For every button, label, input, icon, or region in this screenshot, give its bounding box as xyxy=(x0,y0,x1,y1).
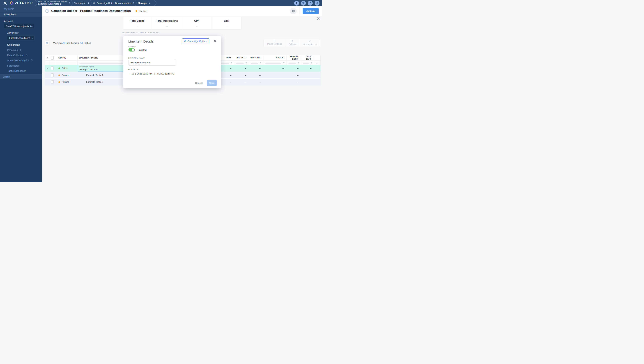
search-button[interactable] xyxy=(301,1,306,6)
column-header-days-left[interactable]: DAYS LEFT xyxy=(301,55,314,60)
column-header-pace[interactable]: % PACE xyxy=(263,55,287,60)
status-toggle[interactable] xyxy=(129,48,135,52)
sidebar-item-tactic-diagnoser[interactable]: Tactic Diagnoser xyxy=(0,68,42,74)
activate-label: Activate xyxy=(289,43,296,46)
notifications-button[interactable] xyxy=(294,1,299,6)
filter-icon[interactable] xyxy=(283,62,285,64)
filter-bid-rate[interactable] xyxy=(234,60,249,64)
all-tactics-link[interactable]: All xyxy=(80,42,83,44)
status-label: STATUS xyxy=(128,46,136,48)
select-all-header[interactable] xyxy=(50,55,55,60)
sidebar-item-data-collection[interactable]: Data Collection xyxy=(0,52,42,58)
filter-input-underline[interactable] xyxy=(221,63,229,64)
sidebar-item-my-items[interactable]: My Items xyxy=(0,6,42,12)
filter-icon[interactable] xyxy=(230,62,233,64)
help-button[interactable]: ? xyxy=(308,1,313,6)
stat-value: -- xyxy=(226,25,227,28)
filter-input-underline[interactable] xyxy=(251,63,258,64)
stat-total-spend: Total Spend -- xyxy=(123,17,152,29)
pause-settings-button[interactable]: Pause Settings xyxy=(264,39,285,47)
sidebar-item-creatives[interactable]: Creatives xyxy=(0,48,42,52)
account-select[interactable]: SMART Projects (Variable M... xyxy=(4,24,34,29)
cell-win-rate: – xyxy=(259,74,260,77)
sidebar-item-label: Advertiser Analytics xyxy=(7,59,29,62)
sidebar-item-advertisers[interactable]: Advertisers xyxy=(0,12,42,17)
filter-input-underline[interactable] xyxy=(303,63,309,64)
sidebar-item-campaigns[interactable]: Campaigns xyxy=(0,42,42,48)
cell-win-rate: – xyxy=(259,67,260,70)
active-dot-icon xyxy=(58,68,60,69)
bulk-action-label: Bulk Action xyxy=(303,43,314,46)
filter-input-underline[interactable] xyxy=(288,63,296,64)
paused-dot-icon xyxy=(58,74,60,76)
all-line-items-link[interactable]: All xyxy=(62,42,65,44)
save-button[interactable]: Save xyxy=(207,80,217,86)
row-checkbox[interactable] xyxy=(51,74,54,77)
line-item-name-input[interactable] xyxy=(128,60,176,66)
flights-label: FLIGHTS xyxy=(128,68,138,71)
tactic-name[interactable]: Example Tactic 1 xyxy=(78,74,103,76)
sidebar-admin-label: Admin xyxy=(3,76,11,78)
breadcrumb-manage[interactable]: Manage xyxy=(138,2,150,4)
columns-icon xyxy=(46,42,48,44)
breadcrumb-separator-icon xyxy=(154,0,157,6)
campaign-options-label: Campaign Options xyxy=(188,40,207,42)
column-header-remain-bdgt[interactable]: REMAIN. BDGT. xyxy=(287,55,301,60)
actions-button[interactable]: Actions xyxy=(302,8,319,14)
select-all-checkbox[interactable] xyxy=(51,56,54,60)
breadcrumb-advertiser[interactable]: SMART PROJECTS (VARIABLE MARGIN) Example… xyxy=(38,1,70,6)
main-content: Campaign Builder - Product Readiness Doc… xyxy=(42,6,322,182)
column-header-status[interactable]: STATUS xyxy=(55,55,78,60)
menu-close-icon[interactable] xyxy=(3,1,7,5)
chevron-right-icon xyxy=(133,2,135,4)
settings-gear-button[interactable] xyxy=(290,8,297,14)
collapse-row-icon[interactable] xyxy=(46,67,48,69)
column-header-bid-rate[interactable]: BID RATE xyxy=(234,55,249,60)
bulk-action-button[interactable]: Bulk Action xyxy=(300,39,320,47)
filter-pace[interactable] xyxy=(263,60,287,64)
row-checkbox[interactable] xyxy=(51,66,54,70)
breadcrumb-manage-label: Manage xyxy=(138,2,147,4)
breadcrumb-campaigns-label: Campaigns xyxy=(74,2,86,4)
sidebar-item-forecaster[interactable]: Forecaster xyxy=(0,63,42,68)
filter-bids[interactable] xyxy=(220,60,234,64)
advertiser-select[interactable]: Example Advertiser 1 xyxy=(7,36,35,40)
breadcrumb-campaign[interactable]: Campaign Buil...Documentation xyxy=(93,2,134,4)
sidebar-item-advertiser-analytics[interactable]: Advertiser Analytics xyxy=(0,58,42,63)
cell-win-rate: – xyxy=(259,81,260,84)
column-header-bids[interactable]: BIDS xyxy=(220,55,234,60)
breadcrumb-separator-icon xyxy=(90,0,93,6)
stat-label: Total Impressions xyxy=(156,20,178,22)
filter-icon[interactable] xyxy=(245,62,247,64)
row-checkbox[interactable] xyxy=(51,80,54,84)
bulk-action-icon xyxy=(308,40,311,42)
filter-days-left[interactable] xyxy=(301,60,314,64)
avatar[interactable]: L& xyxy=(315,1,319,6)
stat-label: CTR xyxy=(224,20,229,22)
column-header-win-rate[interactable]: WIN RATE xyxy=(249,55,263,60)
column-settings-button[interactable] xyxy=(45,40,50,46)
sidebar-item-admin[interactable]: Admin xyxy=(0,74,42,79)
expand-all-header[interactable] xyxy=(45,55,50,60)
filter-icon[interactable] xyxy=(297,62,300,64)
activate-button[interactable]: Activate xyxy=(285,39,300,47)
stats-close-icon[interactable] xyxy=(316,16,320,20)
filter-input-underline[interactable] xyxy=(265,63,281,64)
column-header-spacer xyxy=(314,55,320,60)
filter-icon[interactable] xyxy=(310,62,313,64)
campaign-options-button[interactable]: Campaign Options xyxy=(182,38,209,44)
filter-icon[interactable] xyxy=(259,62,262,64)
breadcrumb-campaigns[interactable]: Campaigns xyxy=(74,2,89,4)
cancel-button[interactable]: Cancel xyxy=(195,82,202,84)
modal-close-icon[interactable] xyxy=(213,39,217,43)
filter-remain-bdgt[interactable] xyxy=(287,60,301,64)
filter-win-rate[interactable] xyxy=(249,60,263,64)
viewing-suffix: Tactics xyxy=(83,42,91,44)
search-icon xyxy=(302,2,305,4)
cell-bid-rate: – xyxy=(245,74,246,77)
tactic-name[interactable]: Example Tactic 2 xyxy=(78,81,103,83)
sidebar-item-label: Data Collection xyxy=(7,54,24,57)
filter-input-underline[interactable] xyxy=(236,63,244,64)
breadcrumb-campaign-label: Campaign Buil...Documentation xyxy=(97,2,131,4)
pause-icon xyxy=(274,40,275,42)
